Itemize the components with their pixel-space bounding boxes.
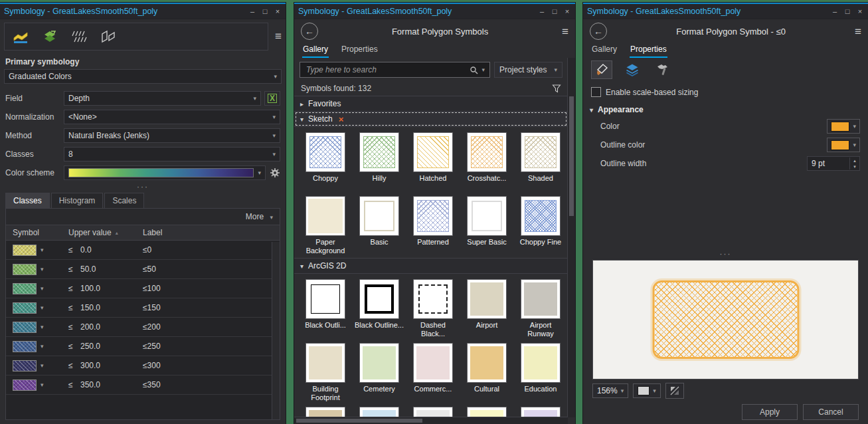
section-favorites[interactable]: ▸ Favorites bbox=[294, 96, 568, 112]
class-symbol-swatch[interactable] bbox=[13, 322, 37, 333]
tab-histogram[interactable]: Histogram bbox=[51, 193, 104, 208]
apply-button[interactable]: Apply bbox=[742, 404, 798, 420]
symbology-type-dropdown[interactable]: Graduated Colors ▾ bbox=[4, 69, 282, 84]
symbol-item[interactable]: Paper Background bbox=[300, 196, 351, 256]
table-row[interactable]: ▾ ≤150.0 ≤150 bbox=[6, 298, 280, 318]
gear-icon[interactable] bbox=[270, 167, 280, 178]
outline-width-stepper[interactable]: 9 pt ▴ ▾ bbox=[807, 156, 860, 171]
header-upper-value[interactable]: Upper value▴ bbox=[68, 228, 143, 237]
hammer-icon[interactable] bbox=[652, 60, 673, 79]
table-row[interactable]: ▾ ≤250.0 ≤250 bbox=[6, 337, 280, 356]
advanced-symbology-icon[interactable] bbox=[100, 29, 116, 44]
class-symbol-swatch[interactable] bbox=[13, 302, 37, 314]
preview-background-dropdown[interactable]: ▾ bbox=[633, 383, 661, 398]
table-row[interactable]: ▾ ≤100.0 ≤100 bbox=[6, 279, 280, 298]
close-icon[interactable]: × bbox=[563, 7, 571, 15]
tab-properties[interactable]: Properties bbox=[341, 43, 379, 58]
tab-gallery[interactable]: Gallery bbox=[302, 43, 329, 58]
scale-based-sizing-row[interactable]: Enable scale-based sizing bbox=[583, 83, 868, 101]
scrollbar-thumb[interactable] bbox=[296, 419, 422, 423]
header-symbol[interactable]: Symbol bbox=[6, 228, 68, 237]
project-styles-dropdown[interactable]: Project styles ▾ bbox=[494, 62, 563, 78]
normalization-dropdown[interactable]: <None> ▾ bbox=[64, 110, 280, 124]
close-icon[interactable]: × bbox=[274, 7, 282, 15]
remove-style-icon[interactable]: × bbox=[339, 114, 344, 124]
chevron-down-icon[interactable]: ▾ bbox=[41, 324, 44, 330]
symbol-item[interactable]: Patterned bbox=[408, 196, 458, 256]
horizontal-scrollbar[interactable] bbox=[294, 417, 568, 424]
menu-icon[interactable]: ≡ bbox=[562, 26, 568, 37]
chevron-down-icon[interactable]: ▾ bbox=[41, 381, 44, 388]
symbol-item[interactable]: Hilly bbox=[354, 132, 404, 192]
appearance-section-header[interactable]: ▾ Appearance bbox=[583, 101, 868, 117]
layers-icon[interactable] bbox=[622, 60, 643, 79]
table-row[interactable]: ▾ ≤0.0 ≤0 bbox=[6, 241, 280, 260]
symbol-item[interactable] bbox=[354, 407, 404, 417]
search-input[interactable] bbox=[305, 64, 470, 75]
symbol-item[interactable] bbox=[408, 407, 458, 417]
preview-compare-toggle[interactable] bbox=[665, 383, 684, 399]
restore-icon[interactable]: □ bbox=[843, 7, 851, 15]
scale-based-sizing-checkbox[interactable] bbox=[591, 87, 601, 97]
symbol-item[interactable] bbox=[300, 407, 351, 417]
symbol-item[interactable]: Choppy bbox=[300, 132, 351, 192]
chevron-down-icon[interactable]: ▾ bbox=[41, 343, 44, 350]
symbol-item[interactable]: Crosshatc... bbox=[462, 132, 512, 192]
tab-classes[interactable]: Classes bbox=[5, 193, 50, 208]
chevron-down-icon[interactable]: ▾ bbox=[41, 362, 44, 369]
minimize-icon[interactable]: – bbox=[538, 7, 546, 15]
table-row[interactable]: ▾ ≤200.0 ≤200 bbox=[6, 318, 280, 337]
chevron-down-icon[interactable]: ▾ bbox=[41, 266, 44, 272]
tab-gallery[interactable]: Gallery bbox=[591, 43, 618, 58]
chevron-down-icon[interactable]: ▾ bbox=[41, 247, 44, 253]
pane-splitter-handle[interactable]: ··· bbox=[0, 182, 286, 193]
paintbrush-icon[interactable] bbox=[591, 60, 612, 79]
close-icon[interactable]: × bbox=[856, 7, 864, 15]
chevron-down-icon[interactable]: ▾ bbox=[41, 285, 44, 292]
class-symbol-swatch[interactable] bbox=[13, 360, 37, 371]
more-button[interactable]: More ▾ bbox=[6, 209, 280, 225]
scrollbar-thumb[interactable] bbox=[569, 96, 574, 216]
stepper-down-icon[interactable]: ▾ bbox=[850, 163, 859, 169]
stepper-up-icon[interactable]: ▴ bbox=[850, 158, 859, 163]
tab-properties[interactable]: Properties bbox=[630, 43, 667, 58]
table-row[interactable]: ▾ ≤50.0 ≤50 bbox=[6, 260, 280, 279]
search-icon[interactable] bbox=[470, 66, 478, 74]
symbol-item[interactable] bbox=[515, 407, 566, 417]
restore-icon[interactable]: □ bbox=[261, 7, 269, 15]
classes-dropdown[interactable]: 8 ▾ bbox=[64, 147, 280, 161]
symbol-item[interactable]: Cultural bbox=[462, 343, 512, 403]
cancel-button[interactable]: Cancel bbox=[803, 404, 859, 420]
table-row[interactable]: ▾ ≤300.0 ≤300 bbox=[6, 356, 280, 375]
symbol-item[interactable]: Airport Runway bbox=[515, 279, 566, 339]
vary-symbology-icon[interactable] bbox=[42, 29, 58, 44]
zoom-dropdown[interactable]: 156% ▾ bbox=[592, 383, 628, 398]
symbol-item[interactable]: Basic bbox=[354, 196, 404, 256]
class-symbol-swatch[interactable] bbox=[13, 341, 37, 352]
restore-icon[interactable]: □ bbox=[551, 7, 559, 15]
filter-icon[interactable] bbox=[552, 84, 561, 93]
chevron-down-icon[interactable]: ▾ bbox=[41, 304, 44, 311]
symbol-item[interactable]: Hatched bbox=[408, 132, 458, 192]
back-button[interactable]: ← bbox=[590, 23, 607, 40]
header-label[interactable]: Label bbox=[143, 228, 280, 237]
symbol-item[interactable]: Super Basic bbox=[462, 196, 512, 256]
set-expression-button[interactable]: X bbox=[264, 91, 280, 106]
field-dropdown[interactable]: Depth ▾ bbox=[64, 91, 261, 106]
symbol-item[interactable]: Cemetery bbox=[354, 343, 404, 403]
minimize-icon[interactable]: – bbox=[831, 7, 839, 15]
chevron-down-icon[interactable]: ▾ bbox=[482, 66, 485, 73]
class-symbol-swatch[interactable] bbox=[13, 379, 37, 391]
pane-menu-icon[interactable]: ≡ bbox=[275, 30, 282, 43]
primary-symbology-icon[interactable] bbox=[13, 29, 29, 44]
color-scheme-dropdown[interactable]: ▾ bbox=[64, 165, 266, 180]
pane-splitter-handle[interactable]: ··· bbox=[583, 249, 868, 260]
method-dropdown[interactable]: Natural Breaks (Jenks) ▾ bbox=[64, 128, 280, 143]
symbol-layer-drawing-icon[interactable] bbox=[71, 29, 87, 44]
table-row[interactable]: ▾ ≤350.0 ≤350 bbox=[6, 375, 280, 395]
vertical-scrollbar[interactable] bbox=[567, 58, 575, 417]
symbol-item[interactable]: Black Outline... bbox=[354, 279, 404, 339]
minimize-icon[interactable]: – bbox=[248, 7, 256, 15]
symbol-item[interactable]: Building Footprint bbox=[300, 343, 351, 403]
color-picker-dropdown[interactable]: ▾ bbox=[827, 119, 860, 134]
